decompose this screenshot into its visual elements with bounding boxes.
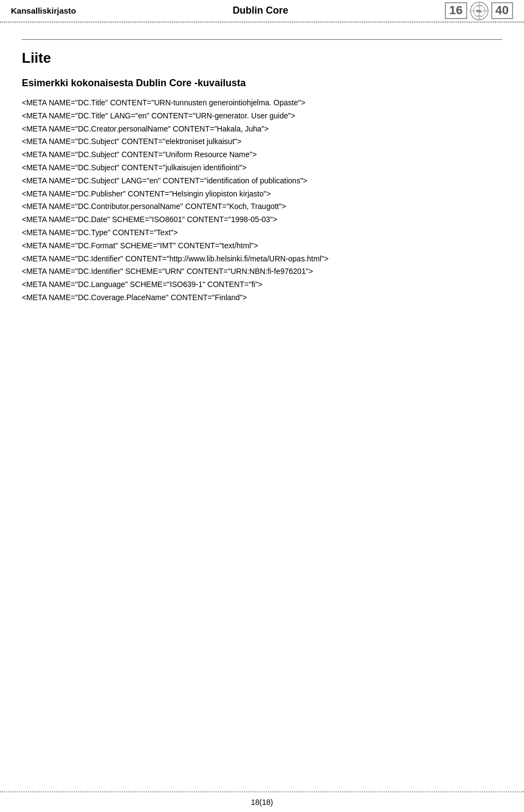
main-content: Liite Esimerkki kokonaisesta Dublin Core…	[0, 23, 524, 337]
subsection-title: Esimerkki kokonaisesta Dublin Core -kuva…	[22, 77, 502, 89]
meta-line: <META NAME="DC.Subject" CONTENT="Uniform…	[22, 148, 502, 162]
meta-line: <META NAME="DC.Identifier" SCHEME="URN" …	[22, 265, 502, 278]
content-top-rule	[22, 39, 502, 40]
header-center-title: Dublin Core	[233, 5, 288, 16]
meta-line: <META NAME="DC.Title" CONTENT="URN-tunnu…	[22, 97, 502, 110]
meta-line: <META NAME="DC.Type" CONTENT="Text">	[22, 226, 502, 240]
meta-line: <META NAME="DC.Coverage.PlaceName" CONTE…	[22, 291, 502, 304]
footer-page-label: 18(18)	[251, 798, 273, 807]
meta-line: <META NAME="DC.Format" SCHEME="IMT" CONT…	[22, 240, 502, 253]
meta-line: <META NAME="DC.Title" LANG="en" CONTENT=…	[22, 110, 502, 123]
svg-text:NL: NL	[476, 8, 482, 13]
meta-line: <META NAME="DC.Language" SCHEME="ISO639-…	[22, 278, 502, 291]
section-title: Liite	[22, 50, 502, 67]
meta-content-block: <META NAME="DC.Title" CONTENT="URN-tunnu…	[22, 97, 502, 304]
meta-line: <META NAME="DC.Subject" CONTENT="elektro…	[22, 135, 502, 148]
meta-line: <META NAME="DC.Creator.personalName" CON…	[22, 123, 502, 136]
meta-line: <META NAME="DC.Subject" CONTENT="julkais…	[22, 162, 502, 175]
page-footer: 18(18)	[0, 792, 524, 812]
meta-line: <META NAME="DC.Contributor.personalName"…	[22, 200, 502, 213]
meta-line: <META NAME="DC.Subject" LANG="en" CONTEN…	[22, 175, 502, 188]
header-page-num: 16	[445, 2, 467, 19]
header-left-title: Kansalliskirjasto	[11, 6, 76, 15]
meta-line: <META NAME="DC.Publisher" CONTENT="Helsi…	[22, 188, 502, 201]
meta-line: <META NAME="DC.Date" SCHEME="ISO8601" CO…	[22, 213, 502, 226]
header-page-num2: 40	[491, 2, 513, 19]
page-header: Kansalliskirjasto Dublin Core 16 NL 40	[0, 0, 524, 22]
header-right-section: 16 NL 40	[445, 1, 513, 21]
meta-line: <META NAME="DC.Identifier" CONTENT="http…	[22, 253, 502, 266]
header-emblem-icon: NL	[469, 1, 489, 21]
